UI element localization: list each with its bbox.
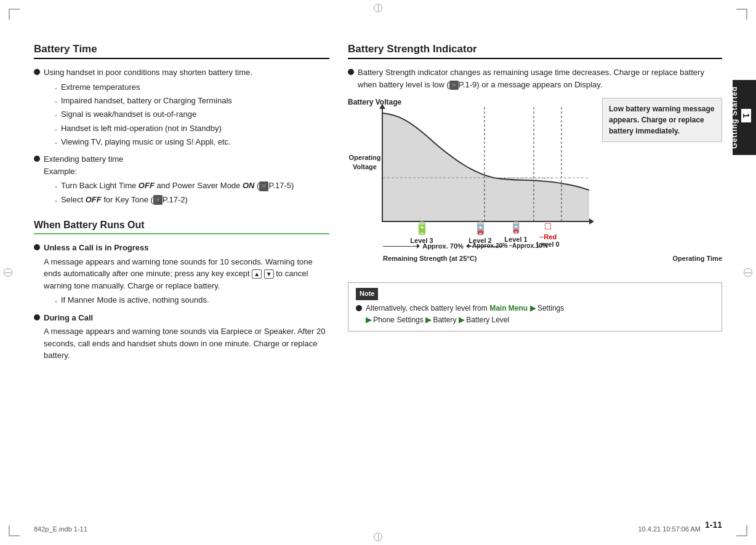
level-0-red-label: ─Red (533, 233, 563, 241)
list-item-text: Extending battery timeExample: Turn Back… (44, 153, 329, 207)
right-column: Battery Strength Indicator Battery Stren… (348, 43, 722, 514)
corner-mark-tr (736, 9, 747, 20)
percent-10-arrow: Approx.10% (511, 242, 549, 249)
battery-text: Battery (433, 316, 456, 324)
bullet-icon (34, 314, 40, 320)
percent-20-arrow: Approx.20% (468, 242, 512, 249)
left-column: Battery Time Using handset in poor condi… (34, 43, 329, 514)
battery-time-list: Using handset in poor conditions may sho… (34, 66, 329, 207)
battery-time-title: Battery Time (34, 43, 329, 59)
sub-list-item: Viewing TV, playing music or using S! Ap… (55, 136, 329, 149)
percent-20-label: Approx.20% (471, 242, 509, 249)
chart-svg (383, 107, 589, 221)
sub-list-item: If Manner Mode is active, nothing sounds… (55, 294, 329, 308)
footer-right: 10.4.21 10:57:06 AM (638, 525, 701, 533)
sub-list: Extreme temperatures Impaired handset, b… (44, 81, 329, 150)
bold-label: Unless a Call is in Progress (44, 243, 149, 252)
sub-list: Turn Back Light Time OFF and Power Saver… (44, 180, 329, 207)
level-2-battery-icon: 🪫 (462, 221, 499, 236)
main-menu-link: Main Menu (489, 304, 528, 312)
intro-text: Battery Strength indicator changes as re… (358, 66, 722, 90)
bullet-icon (34, 244, 40, 250)
x-axis-arrow (589, 218, 594, 225)
level-1-group: 🪫 Level 1 (501, 221, 531, 243)
reg-mark-bottom (374, 533, 382, 541)
page-number: 1-11 (705, 520, 722, 530)
list-item: Unless a Call is in Progress A message a… (34, 242, 329, 308)
bullet-icon (34, 156, 40, 162)
battery-time-section: Battery Time Using handset in poor condi… (34, 43, 329, 207)
level-3-group: 🔋 Level 3 (397, 221, 446, 244)
warning-box: Low battery warning message appears. Cha… (602, 98, 722, 142)
battery-level-text: Battery Level (466, 316, 509, 324)
sub-list-item: Extreme temperatures (55, 81, 329, 95)
bullet-icon (34, 69, 40, 75)
sub-list-item: Signal is weak/handset is out-of-range (55, 108, 329, 122)
battery-strength-title: Battery Strength Indicator (348, 43, 722, 59)
percent-10-group: Approx.10% (511, 242, 548, 249)
operating-voltage-label: OperatingVoltage (348, 153, 382, 172)
note-text: Alternatively, check battery level from … (356, 303, 714, 326)
sub-list: If Manner Mode is active, nothing sounds… (44, 294, 329, 308)
operating-time-label: Operating Time (673, 255, 722, 262)
warning-text: Low battery warning message appears. Cha… (609, 105, 714, 135)
list-item: Extending battery timeExample: Turn Back… (34, 153, 329, 207)
when-battery-section: When Battery Runs Out Unless a Call is i… (34, 220, 329, 361)
phone-settings-text: Phone Settings (373, 316, 423, 324)
level-0-battery-icon: □ (533, 221, 563, 232)
main-content: Battery Time Using handset in poor condi… (34, 43, 722, 514)
reg-mark-top (374, 4, 382, 12)
list-item-text: During a Call A message appears and warn… (44, 312, 329, 362)
note-label: Note (356, 288, 378, 300)
page-container: 1 Getting Started Battery Time Using han… (0, 0, 756, 545)
ref-icon: ☞ (449, 81, 459, 90)
bold-label: During a Call (44, 313, 93, 322)
key-down-icon: ▼ (264, 269, 274, 279)
footer-left: 842p_E.indb 1-11 (34, 525, 87, 533)
tab-label: Getting Started (730, 86, 739, 149)
level-1-battery-icon: 🪫 (501, 221, 531, 234)
level-2-group: 🪫 Level 2 (462, 221, 499, 244)
percent-70-label: Approx. 70% (420, 242, 466, 250)
settings-text: Settings (537, 304, 564, 312)
sub-list-item: Impaired handset, battery or Charging Te… (55, 95, 329, 108)
arrow-3: ▶ (425, 316, 433, 324)
reg-mark-right (744, 268, 752, 277)
reg-mark-left (4, 268, 12, 277)
arrow-1: ▶ (530, 304, 537, 312)
y-axis-label: Battery Voltage (348, 98, 401, 106)
arrow-4: ▶ (459, 316, 466, 324)
list-item-text: Using handset in poor conditions may sho… (44, 66, 329, 149)
bullet-icon (348, 69, 354, 75)
corner-mark-bl (9, 525, 20, 536)
when-battery-list: Unless a Call is in Progress A message a… (34, 242, 329, 361)
arrow-2: ▶ (366, 316, 373, 324)
remaining-strength-label: Remaining Strength (at 25°C) (383, 255, 477, 262)
intro-row: Battery Strength indicator changes as re… (348, 66, 722, 90)
percent-20-group: Approx.20% (468, 242, 512, 249)
key-up-icon: ▲ (252, 269, 262, 279)
corner-mark-tl (9, 9, 20, 20)
note-box: Note Alternatively, check battery level … (348, 282, 722, 332)
side-tab: 1 Getting Started (733, 80, 756, 155)
sub-list-item: Select OFF for Key Tone (☞P.17-2) (55, 194, 329, 207)
sub-list-item: Turn Back Light Time OFF and Power Saver… (55, 180, 329, 193)
sub-list-item: Handset is left mid-operation (not in St… (55, 122, 329, 136)
list-item-text: Unless a Call is in Progress A message a… (44, 242, 329, 308)
list-item: Using handset in poor conditions may sho… (34, 66, 329, 149)
note-intro: Alternatively, check battery level from (366, 304, 489, 312)
when-battery-title: When Battery Runs Out (34, 220, 329, 234)
description-text: A message appears and warning tone sound… (44, 325, 329, 362)
description-text: A message appears and warning tone sound… (44, 256, 329, 292)
percent-10-label: Approx.10% (511, 242, 549, 249)
corner-mark-br (736, 525, 747, 536)
level-3-battery-icon: 🔋 (397, 221, 446, 236)
tab-number: 1 (741, 109, 751, 122)
list-item: During a Call A message appears and warn… (34, 312, 329, 362)
battery-diagram: Battery Voltage OperatingVoltage (348, 98, 722, 276)
battery-strength-section: Battery Strength Indicator Battery Stren… (348, 43, 722, 332)
note-content: Alternatively, check battery level from … (366, 303, 564, 326)
note-bullet (356, 305, 362, 311)
